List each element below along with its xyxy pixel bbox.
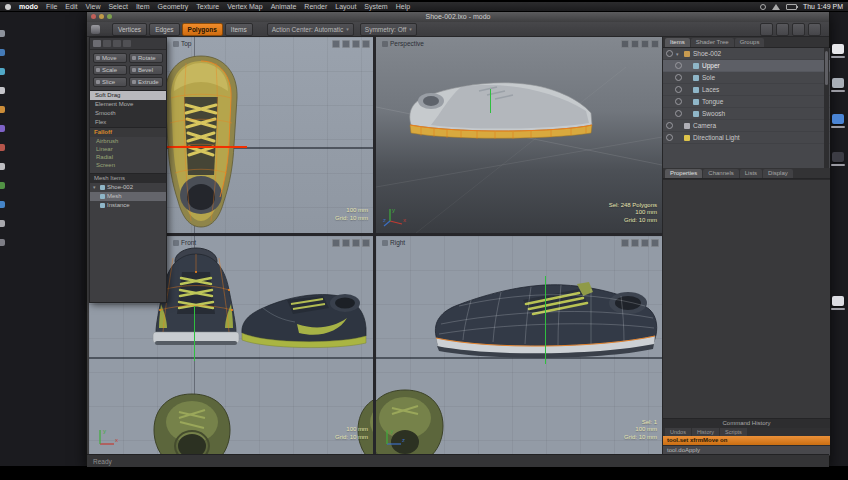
palette-tab[interactable] [93, 40, 101, 47]
disclosure-icon[interactable]: ▾ [93, 183, 98, 192]
menubar-item[interactable]: Texture [196, 3, 219, 10]
shoe-top-view-green[interactable] [351, 392, 373, 454]
falloff-item[interactable]: Airbrush [90, 137, 166, 145]
viewport-widget-icon[interactable] [173, 41, 179, 47]
spotlight-icon[interactable] [760, 4, 766, 10]
scrollbar[interactable] [824, 48, 829, 168]
mode-button[interactable]: Items [225, 23, 253, 36]
battery-icon[interactable] [786, 4, 797, 10]
shoe-side-view[interactable] [431, 276, 661, 372]
tool-list-item[interactable]: Element Move [90, 100, 166, 109]
menubar-item[interactable]: Geometry [158, 3, 189, 10]
desktop-icon[interactable] [832, 114, 844, 124]
falloff-item[interactable]: Linear [90, 145, 166, 153]
viewport-label[interactable]: Front [173, 239, 196, 246]
palette-tab[interactable] [103, 40, 111, 47]
desktop-icon[interactable] [832, 44, 844, 54]
rotate-icon[interactable] [621, 239, 629, 247]
panel-tab[interactable]: Groups [735, 38, 765, 47]
menubar-item[interactable]: Help [396, 3, 410, 10]
dock-icon[interactable] [0, 68, 5, 75]
menubar-item[interactable]: Edit [65, 3, 77, 10]
item-row[interactable]: Laces [663, 84, 830, 96]
snapping-icon[interactable] [760, 23, 773, 36]
shoe-perspective[interactable] [401, 75, 601, 147]
history-tab[interactable]: History [692, 428, 719, 436]
dock-icon[interactable] [0, 201, 5, 208]
tool-list-item[interactable]: Flex [90, 118, 166, 127]
pan-icon[interactable] [631, 40, 639, 48]
falloff-item[interactable]: Screen [90, 161, 166, 169]
panel-tab[interactable]: Items [665, 38, 690, 47]
pan-icon[interactable] [631, 239, 639, 247]
shoe-three-quarter-view[interactable] [239, 286, 369, 358]
palette-tab[interactable] [123, 40, 131, 47]
rotate-icon[interactable] [332, 40, 340, 48]
tool-button[interactable]: Bevel [129, 65, 163, 75]
dock-icon[interactable] [0, 87, 5, 94]
desktop-icon[interactable] [832, 78, 844, 88]
menubar-clock[interactable]: Thu 1:49 PM [803, 3, 843, 10]
visibility-eye-icon[interactable] [675, 74, 682, 81]
zoom-icon[interactable] [641, 40, 649, 48]
item-row[interactable]: Tongue [663, 96, 830, 108]
visibility-eye-icon[interactable] [675, 110, 682, 117]
panel-tab[interactable]: Channels [703, 169, 738, 178]
menubar-item[interactable]: File [46, 3, 57, 10]
scrollbar-thumb[interactable] [825, 51, 828, 85]
viewport-menu-icon[interactable] [362, 40, 370, 48]
menubar-item[interactable]: View [85, 3, 100, 10]
render-icon[interactable] [792, 23, 805, 36]
pan-icon[interactable] [342, 239, 350, 247]
viewport-right[interactable]: Right Sel: 1100 mmGrid: 10 mm z y [376, 236, 662, 454]
viewport-menu-icon[interactable] [362, 239, 370, 247]
mode-button[interactable]: Polygons [182, 23, 223, 36]
panel-tab[interactable]: Display [763, 169, 793, 178]
history-tab[interactable]: Scripts [720, 428, 747, 436]
item-row[interactable]: Upper [663, 60, 830, 72]
history-row[interactable]: tool.set xfrmMove on [663, 436, 830, 446]
viewport-widget-icon[interactable] [173, 240, 179, 246]
dock-icon[interactable] [0, 144, 5, 151]
menubar-item[interactable]: Animate [271, 3, 297, 10]
shoe-top-view-green[interactable] [147, 392, 237, 454]
panel-tab[interactable]: Shader Tree [691, 38, 734, 47]
item-row[interactable]: Directional Light [663, 132, 830, 144]
mesh-tree-item[interactable]: ▾ Shoe-002 [90, 183, 166, 192]
dock-icon[interactable] [0, 49, 5, 56]
visibility-eye-icon[interactable] [666, 134, 673, 141]
tool-button[interactable]: Extrude [129, 77, 163, 87]
palette-tab[interactable] [113, 40, 121, 47]
pan-icon[interactable] [342, 40, 350, 48]
menubar-item[interactable]: Item [136, 3, 150, 10]
menubar-item[interactable]: Vertex Map [227, 3, 262, 10]
zoom-icon[interactable] [352, 40, 360, 48]
tool-button[interactable]: Rotate [129, 53, 163, 63]
tool-button[interactable]: Scale [93, 65, 127, 75]
tool-button[interactable]: Move [93, 53, 127, 63]
zoom-icon[interactable] [641, 239, 649, 247]
dock-icon[interactable] [0, 182, 5, 189]
desktop-icon[interactable] [832, 152, 844, 162]
viewport-menu-icon[interactable] [651, 40, 659, 48]
mesh-tree-item[interactable]: Mesh [90, 192, 166, 201]
visibility-eye-icon[interactable] [675, 98, 682, 105]
viewport-label[interactable]: Right [382, 239, 405, 246]
rotate-icon[interactable] [332, 239, 340, 247]
dock-icon[interactable] [0, 220, 5, 227]
item-row[interactable]: Sole [663, 72, 830, 84]
history-tab[interactable]: Undos [665, 428, 691, 436]
disclosure-icon[interactable]: ▾ [676, 51, 681, 57]
rotate-icon[interactable] [621, 40, 629, 48]
viewport-widget-icon[interactable] [382, 41, 388, 47]
menubar-item[interactable]: System [364, 3, 387, 10]
dock-icon[interactable] [0, 163, 5, 170]
wifi-icon[interactable] [772, 4, 780, 10]
workplane-icon[interactable] [776, 23, 789, 36]
menubar-item[interactable]: Select [108, 3, 127, 10]
mode-button[interactable]: Vertices [112, 23, 147, 36]
visibility-eye-icon[interactable] [675, 86, 682, 93]
dock-icon[interactable] [0, 125, 5, 132]
preferences-icon[interactable] [808, 23, 821, 36]
zoom-icon[interactable] [352, 239, 360, 247]
